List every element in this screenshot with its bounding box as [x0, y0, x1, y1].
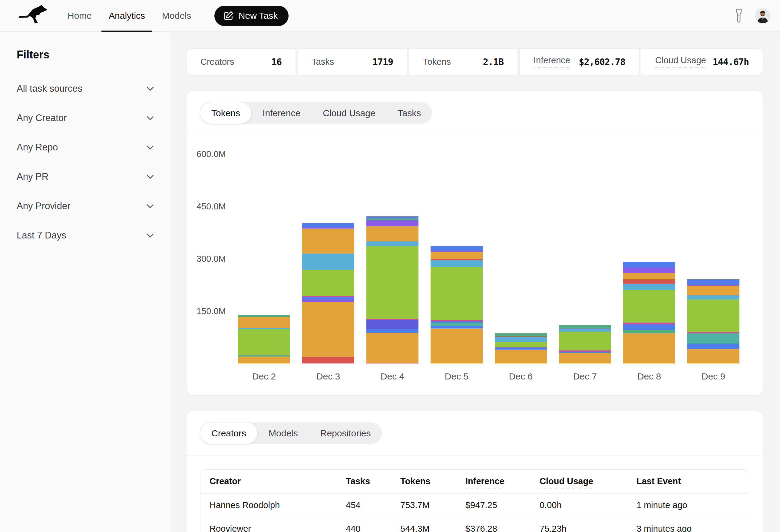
stat-label-underlined[interactable]: Inference: [534, 55, 570, 68]
bar-segment-orange: [367, 333, 419, 363]
new-task-label: New Task: [239, 11, 278, 21]
col-header-tokens: Tokens: [391, 470, 456, 493]
x-axis-label: Dec 8: [617, 371, 681, 382]
bar-segment-green: [302, 270, 354, 296]
tab-repositories[interactable]: Repositories: [309, 422, 382, 444]
avatar[interactable]: [755, 8, 770, 23]
filter-pr[interactable]: Any PR: [17, 162, 154, 191]
filter-task-sources[interactable]: All task sources: [17, 74, 154, 103]
stat-label-underlined[interactable]: Cloud Usage: [655, 55, 706, 68]
bar-segment-blue: [431, 326, 483, 328]
creators-table: Creator Tasks Tokens Inference Cloud Usa…: [200, 469, 749, 532]
bar-segment-orange: [431, 328, 483, 364]
bar-slot[interactable]: Dec 2: [232, 135, 296, 363]
bar-slot[interactable]: Dec 8: [617, 135, 681, 363]
bar-segment-seagreen: [238, 315, 290, 317]
col-header-cloud-usage[interactable]: Cloud Usage: [531, 470, 627, 493]
cell-cloud-usage: 0.00h: [531, 493, 627, 517]
nav-analytics[interactable]: Analytics: [100, 0, 153, 32]
filter-creator[interactable]: Any Creator: [17, 103, 154, 132]
bar-slot[interactable]: Dec 4: [360, 135, 425, 363]
tab-creators[interactable]: Creators: [200, 422, 257, 444]
stat-label: Tokens: [423, 57, 451, 67]
stacked-bar[interactable]: [431, 246, 483, 363]
chevron-down-icon: [146, 116, 154, 120]
y-tick-600m: 600.0M: [197, 149, 226, 159]
tab-tokens[interactable]: Tokens: [200, 102, 251, 124]
col-header-inference[interactable]: Inference: [456, 470, 531, 493]
chevron-down-icon: [146, 145, 154, 150]
table-row[interactable]: Rooviewer 440 544.3M $376.28 75.23h 3 mi…: [200, 517, 749, 532]
filter-date-range[interactable]: Last 7 Days: [17, 221, 154, 250]
bar-segment-orange: [302, 302, 354, 357]
stacked-bar[interactable]: [367, 216, 419, 363]
breakdown-card: Creators Models Repositories Creator Tas…: [186, 411, 763, 532]
bar-segment-orange: [431, 252, 483, 259]
bar-segment-seagreen: [559, 325, 611, 329]
bar-slot[interactable]: Dec 3: [296, 135, 360, 363]
bar-segment-blue: [431, 246, 483, 251]
stacked-bar[interactable]: [623, 262, 675, 363]
bar-segment-purple: [623, 268, 675, 273]
stacked-bar[interactable]: [559, 325, 611, 363]
y-tick-300m: 300.0M: [197, 254, 226, 264]
main-nav: Home Analytics Models: [59, 0, 200, 32]
bar-slot[interactable]: Dec 5: [425, 135, 489, 363]
bars-row: Dec 2Dec 3Dec 4Dec 5Dec 6Dec 7Dec 8Dec 9: [232, 135, 745, 363]
cell-last-event: 3 minutes ago: [627, 517, 749, 532]
x-axis-label: Dec 4: [360, 371, 425, 382]
bar-segment-orange: [495, 350, 547, 363]
bar-segment-red: [302, 357, 354, 363]
nav-home[interactable]: Home: [59, 0, 100, 32]
chart-card: Tokens Inference Cloud Usage Tasks 600.0…: [186, 91, 763, 395]
stacked-bar[interactable]: [238, 315, 290, 363]
kangaroo-logo-icon: [17, 4, 51, 28]
stats-row: Creators 16 Tasks 1719 Tokens 2.1B Infer…: [186, 48, 763, 75]
chart-card-header: Tokens Inference Cloud Usage Tasks: [187, 91, 763, 135]
bar-segment-skyblue: [495, 337, 547, 342]
cell-tasks: 440: [337, 517, 391, 532]
stacked-bar[interactable]: [687, 279, 739, 363]
bar-segment-purple: [302, 300, 354, 302]
bar-slot[interactable]: Dec 9: [681, 135, 745, 363]
nav-models[interactable]: Models: [153, 0, 200, 32]
bar-slot[interactable]: Dec 6: [489, 135, 553, 363]
breakdown-card-header: Creators Models Repositories: [187, 411, 763, 456]
stat-tokens: Tokens 2.1B: [409, 48, 518, 75]
bar-segment-seagreen: [623, 330, 675, 333]
stat-inference: Inference $2,602.78: [519, 48, 639, 75]
bar-slot[interactable]: Dec 7: [553, 135, 617, 363]
bar-segment-orange: [687, 349, 739, 363]
tab-tasks[interactable]: Tasks: [387, 102, 432, 124]
chart-tab-group: Tokens Inference Cloud Usage Tasks: [200, 102, 432, 124]
kangaroo-logo[interactable]: [17, 4, 51, 28]
filters-title: Filters: [17, 48, 154, 61]
tab-cloud-usage[interactable]: Cloud Usage: [311, 102, 386, 124]
cell-tasks: 454: [337, 493, 391, 517]
tab-models[interactable]: Models: [257, 422, 309, 444]
chevron-down-icon: [146, 233, 154, 238]
filter-provider[interactable]: Any Provider: [17, 191, 154, 221]
stat-creators: Creators 16: [186, 48, 296, 75]
filter-repo[interactable]: Any Repo: [17, 132, 154, 162]
tab-inference[interactable]: Inference: [251, 102, 311, 124]
cell-tokens: 753.7M: [391, 493, 456, 517]
cell-creator: Hannes Roodolph: [200, 493, 337, 517]
stacked-bar[interactable]: [302, 223, 354, 363]
bar-segment-teal: [687, 333, 739, 344]
bar-segment-blue: [367, 329, 419, 333]
stat-label: Creators: [200, 57, 234, 67]
topbar: Home Analytics Models New Task: [0, 0, 780, 32]
flashlight-icon[interactable]: [733, 8, 744, 23]
bar-segment-orange: [238, 317, 290, 328]
x-axis-label: Dec 9: [681, 371, 745, 382]
table-row[interactable]: Hannes Roodolph 454 753.7M $947.25 0.00h…: [200, 493, 749, 517]
bar-segment-teal: [431, 323, 483, 326]
topbar-right: [733, 8, 780, 23]
stacked-bar[interactable]: [495, 333, 547, 363]
new-task-button[interactable]: New Task: [214, 6, 289, 26]
bar-segment-green: [559, 332, 611, 351]
stat-tasks: Tasks 1719: [297, 48, 407, 75]
bar-segment-orange: [238, 357, 290, 363]
bar-segment-skyblue: [302, 254, 354, 270]
